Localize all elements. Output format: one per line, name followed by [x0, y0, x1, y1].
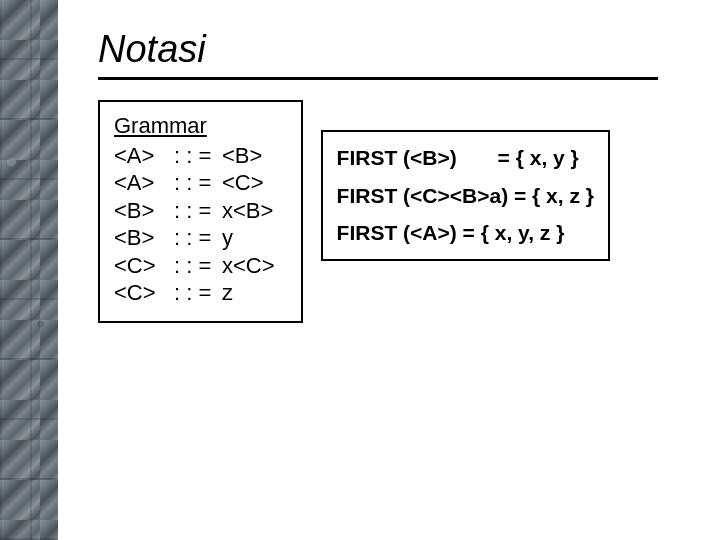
rule-rhs: x<C>	[222, 252, 275, 280]
rule-rhs: x<B>	[222, 197, 273, 225]
grammar-box: Grammar <A> : : = <B> <A> : : = <C> <B> …	[98, 100, 303, 323]
grammar-rule: <B> : : = x<B>	[114, 197, 275, 225]
title-underline	[98, 77, 658, 80]
slide-content: Notasi Grammar <A> : : = <B> <A> : : = <…	[58, 0, 720, 540]
rule-lhs: <C>	[114, 279, 174, 307]
rule-op: : : =	[174, 252, 222, 280]
first-sets-box: FIRST (<B>) = { x, y } FIRST (<C><B>a) =…	[321, 130, 610, 261]
first-row: FIRST (<A>) = { x, y, z }	[337, 217, 594, 249]
rule-op: : : =	[174, 279, 222, 307]
rule-lhs: <B>	[114, 197, 174, 225]
grammar-rule: <C> : : = z	[114, 279, 275, 307]
rule-lhs: <B>	[114, 224, 174, 252]
rule-rhs: z	[222, 279, 233, 307]
first-row: FIRST (<C><B>a) = { x, z }	[337, 180, 594, 212]
decorative-stone-strip	[0, 0, 58, 540]
columns: Grammar <A> : : = <B> <A> : : = <C> <B> …	[98, 100, 690, 323]
first-left: FIRST (<A>) = { x, y, z }	[337, 217, 565, 249]
rule-op: : : =	[174, 224, 222, 252]
grammar-header: Grammar	[114, 112, 275, 140]
grammar-rule: <B> : : = y	[114, 224, 275, 252]
rule-lhs: <A>	[114, 142, 174, 170]
rule-lhs: <A>	[114, 169, 174, 197]
first-row: FIRST (<B>) = { x, y }	[337, 142, 594, 174]
slide-title: Notasi	[98, 28, 690, 71]
grammar-rule: <A> : : = <C>	[114, 169, 275, 197]
grammar-rule: <A> : : = <B>	[114, 142, 275, 170]
rule-op: : : =	[174, 142, 222, 170]
rule-rhs: <C>	[222, 169, 264, 197]
first-left: FIRST (<B>)	[337, 142, 457, 174]
rule-lhs: <C>	[114, 252, 174, 280]
grammar-rule: <C> : : = x<C>	[114, 252, 275, 280]
rule-op: : : =	[174, 197, 222, 225]
rule-rhs: y	[222, 224, 233, 252]
rule-rhs: <B>	[222, 142, 262, 170]
first-left: FIRST (<C><B>a) = { x, z }	[337, 180, 594, 212]
rule-op: : : =	[174, 169, 222, 197]
first-right: = { x, y }	[457, 142, 579, 174]
